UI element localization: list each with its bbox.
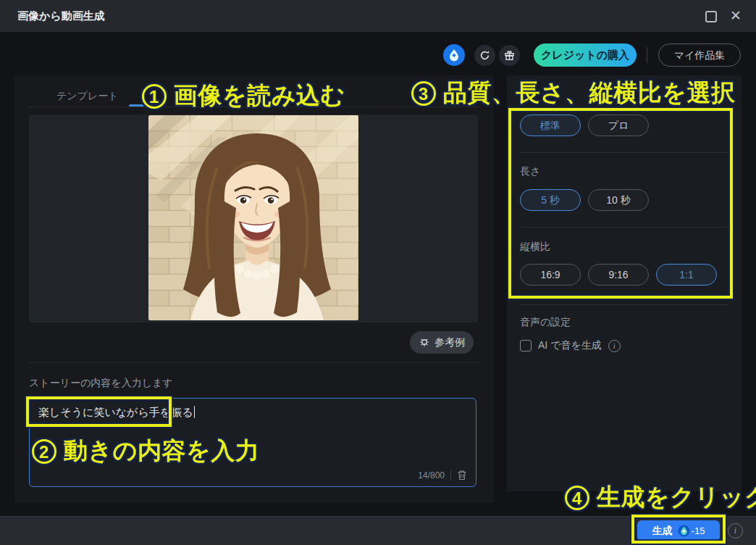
annotation-step3-text: 品質、長さ、縦横比を選択 [443,77,736,109]
ai-sound-info-icon[interactable]: i [608,340,621,352]
gift-button[interactable] [499,45,520,66]
audio-settings-label: 音声の設定 [520,316,571,329]
annotation-step4-text: 生成をクリック [597,481,756,514]
window-title: 画像から動画生成 [17,9,105,23]
annotation-step2-text: 動きの内容を入力 [64,435,259,467]
ai-sound-checkbox[interactable] [520,340,532,351]
reference-example-label: 参考例 [434,336,465,349]
uploaded-image-preview [148,115,358,320]
footer-info-icon[interactable]: i [728,523,743,538]
gift-icon [504,50,515,61]
char-counter: 14/800 [418,470,445,480]
annotation-step1-number: 1 [142,84,167,109]
ai-sound-row: AI で音を生成 i [520,339,621,352]
trash-icon[interactable] [457,470,467,480]
annotation-rect-generate [631,515,726,544]
annotation-step3-number: 3 [411,81,436,106]
buy-credits-button[interactable]: クレジットの購入 [534,43,637,67]
lightbulb-icon [419,337,430,349]
annotation-step3: 3 品質、長さ、縦横比を選択 [411,77,736,109]
image-to-video-window: 画像から動画生成 ✕ クレジットの購入 マイ作品集 テンプレート [0,0,756,545]
refresh-icon [479,50,490,61]
annotation-step4: 4 生成をクリック [565,481,756,514]
image-preview-area[interactable] [29,115,478,323]
droplet-icon [448,49,461,62]
tab-template[interactable]: テンプレート [56,90,119,103]
maximize-button[interactable] [705,11,717,22]
credit-balance-icon[interactable] [443,44,465,66]
prompt-footer: 14/800 [418,470,467,480]
titlebar: 画像から動画生成 ✕ [0,0,756,32]
text-caret [194,406,196,418]
close-button[interactable]: ✕ [727,7,744,25]
annotation-step4-number: 4 [565,486,589,510]
annotation-step1-text: 画像を読み込む [174,80,345,112]
annotation-step2-number: 2 [32,439,56,464]
annotation-step1: 1 画像を読み込む [142,80,345,112]
story-section-divider [28,362,479,363]
counter-divider [450,470,451,480]
annotation-step2: 2 動きの内容を入力 [32,435,259,467]
settings-divider [520,304,728,305]
story-input-label: ストーリーの内容を入力します [29,377,173,390]
my-works-button[interactable]: マイ作品集 [658,43,741,67]
ai-sound-label: AI で音を生成 [538,339,602,352]
reference-example-button[interactable]: 参考例 [410,331,474,354]
refresh-button[interactable] [474,45,495,66]
annotation-rect-options [508,108,733,299]
topbar-divider [647,47,647,63]
annotation-rect-prompt [26,396,172,427]
